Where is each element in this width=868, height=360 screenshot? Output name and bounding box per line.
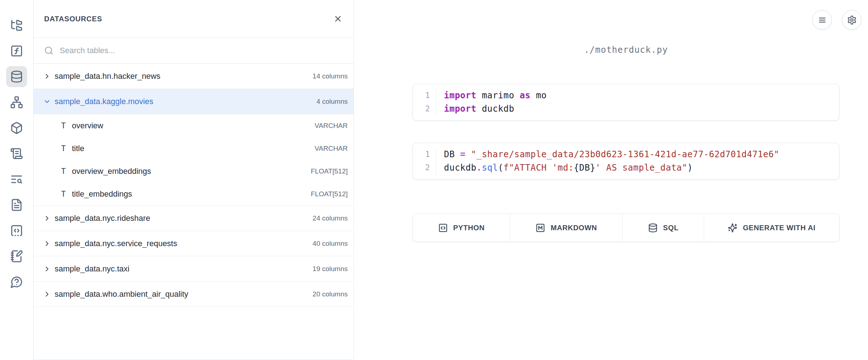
marimo-app: DATASOURCES sample_data.hn.hacker_news14…	[0, 0, 868, 360]
table-row[interactable]: sample_data.nyc.service_requests40 colum…	[34, 231, 353, 256]
table-row[interactable]: sample_data.nyc.taxi19 columns	[34, 256, 353, 282]
datasources-panel: DATASOURCES sample_data.hn.hacker_news14…	[33, 0, 354, 360]
table-column-count: 14 columns	[313, 72, 348, 80]
add-cell-generate-with-ai-button[interactable]: GENERATE WITH AI	[704, 214, 839, 241]
column-name: title	[72, 144, 84, 153]
code-cell[interactable]: 12DB = "_share/sample_data/23b0d623-1361…	[412, 143, 839, 180]
chevron-down-icon	[43, 98, 51, 106]
table-columns-list: ToverviewVARCHARTtitleVARCHARToverview_e…	[34, 114, 353, 206]
sidebar-item-notebook-pen[interactable]	[6, 246, 27, 267]
table-column-count: 4 columns	[316, 98, 348, 106]
activity-sidebar	[0, 0, 33, 360]
sidebar-item-text-search[interactable]	[6, 169, 27, 190]
sidebar-item-file-text[interactable]	[6, 194, 27, 215]
panel-title: DATASOURCES	[44, 15, 102, 23]
box-icon	[10, 121, 23, 134]
column-name: overview_embeddings	[72, 167, 151, 176]
table-name: sample_data.nyc.rideshare	[55, 214, 150, 223]
table-column-count: 40 columns	[313, 240, 348, 248]
line-number: 2	[413, 102, 430, 116]
chevron-right-icon	[43, 265, 51, 273]
line-number: 2	[413, 161, 430, 175]
cell-code: DB = "_share/sample_data/23b0d623-1361-4…	[436, 148, 779, 175]
column-type: FLOAT[512]	[311, 190, 348, 198]
add-cell-markdown-button[interactable]: MARKDOWN	[510, 214, 623, 241]
add-cell-button-label: GENERATE WITH AI	[743, 224, 816, 232]
table-column-count: 24 columns	[313, 214, 348, 222]
column-name: overview	[72, 121, 103, 130]
search-bar	[34, 38, 353, 64]
sidebar-item-scroll-text[interactable]	[6, 143, 27, 164]
sidebar-item-snippets[interactable]	[6, 220, 27, 241]
text-search-icon	[10, 173, 23, 186]
scroll-text-icon	[10, 147, 23, 160]
text-type-icon: T	[61, 167, 66, 176]
table-row[interactable]: sample_data.hn.hacker_news14 columns	[34, 64, 353, 89]
chevron-right-icon	[43, 72, 51, 80]
table-name: sample_data.nyc.taxi	[55, 264, 130, 274]
table-name: sample_data.nyc.service_requests	[55, 239, 177, 248]
code-cell[interactable]: 12import marimo as moimport duckdb	[412, 84, 839, 121]
panel-header: DATASOURCES	[34, 0, 353, 38]
notebook-pen-icon	[10, 250, 23, 263]
table-column-count: 20 columns	[313, 290, 348, 298]
close-icon	[333, 14, 343, 23]
column-row[interactable]: TtitleVARCHAR	[34, 137, 353, 160]
chevron-right-icon	[43, 290, 51, 298]
chat-question-icon	[10, 275, 23, 288]
sparkles-icon	[728, 223, 737, 233]
column-type: VARCHAR	[315, 145, 348, 153]
table-row[interactable]: sample_data.kaggle.movies4 columns	[34, 89, 353, 114]
column-type: FLOAT[512]	[311, 167, 348, 175]
notebook-filename: ./motherduck.py	[412, 45, 839, 55]
column-row[interactable]: ToverviewVARCHAR	[34, 114, 353, 137]
notebook-area: ./motherduck.py 12import marimo as moimp…	[354, 0, 868, 360]
table-row[interactable]: sample_data.who.ambient_air_quality20 co…	[34, 282, 353, 307]
sidebar-item-folder-tree[interactable]	[6, 15, 27, 36]
table-column-count: 19 columns	[313, 265, 348, 273]
settings-icon	[847, 15, 857, 25]
search-tables-input[interactable]	[59, 46, 346, 56]
add-cell-button-label: SQL	[663, 224, 679, 232]
function-icon	[10, 44, 23, 57]
table-name: sample_data.who.ambient_air_quality	[55, 290, 188, 299]
close-panel-button[interactable]	[333, 14, 343, 23]
column-name: title_embeddings	[72, 189, 132, 199]
add-cell-button-label: PYTHON	[453, 224, 485, 232]
text-type-icon: T	[61, 190, 66, 198]
text-type-icon: T	[61, 144, 66, 153]
column-row[interactable]: Toverview_embeddingsFLOAT[512]	[34, 160, 353, 183]
network-icon	[10, 96, 23, 109]
database-icon	[648, 223, 658, 233]
table-name: sample_data.kaggle.movies	[55, 97, 153, 106]
add-cell-python-button[interactable]: PYTHON	[413, 214, 510, 241]
line-numbers-gutter: 12	[413, 89, 436, 116]
line-numbers-gutter: 12	[413, 148, 436, 175]
settings-button[interactable]	[842, 10, 861, 30]
markdown-icon	[535, 223, 545, 233]
tables-list: sample_data.hn.hacker_news14 columnssamp…	[34, 64, 353, 307]
column-type: VARCHAR	[315, 122, 348, 130]
file-text-icon	[10, 198, 23, 211]
chevron-right-icon	[43, 240, 51, 248]
table-name: sample_data.hn.hacker_news	[55, 72, 160, 81]
line-number: 1	[413, 148, 430, 161]
code-square-icon	[438, 223, 448, 233]
sidebar-item-database[interactable]	[6, 66, 27, 87]
column-row[interactable]: Ttitle_embeddingsFLOAT[512]	[34, 183, 353, 205]
sidebar-item-function[interactable]	[6, 40, 27, 61]
snippets-icon	[10, 224, 23, 237]
line-number: 1	[413, 89, 430, 102]
sidebar-item-box[interactable]	[6, 117, 27, 138]
cell-code: import marimo as moimport duckdb	[436, 89, 547, 116]
text-type-icon: T	[61, 121, 66, 130]
sidebar-item-network[interactable]	[6, 92, 27, 113]
notebook-content: ./motherduck.py 12import marimo as moimp…	[412, 0, 839, 360]
search-icon	[44, 46, 54, 55]
table-row[interactable]: sample_data.nyc.rideshare24 columns	[34, 206, 353, 231]
sidebar-item-chat-question[interactable]	[6, 271, 27, 292]
chevron-right-icon	[43, 214, 51, 222]
add-cell-sql-button[interactable]: SQL	[623, 214, 704, 241]
add-cell-bar: PYTHONMARKDOWNSQLGENERATE WITH AI	[412, 214, 839, 242]
add-cell-button-label: MARKDOWN	[551, 224, 597, 232]
